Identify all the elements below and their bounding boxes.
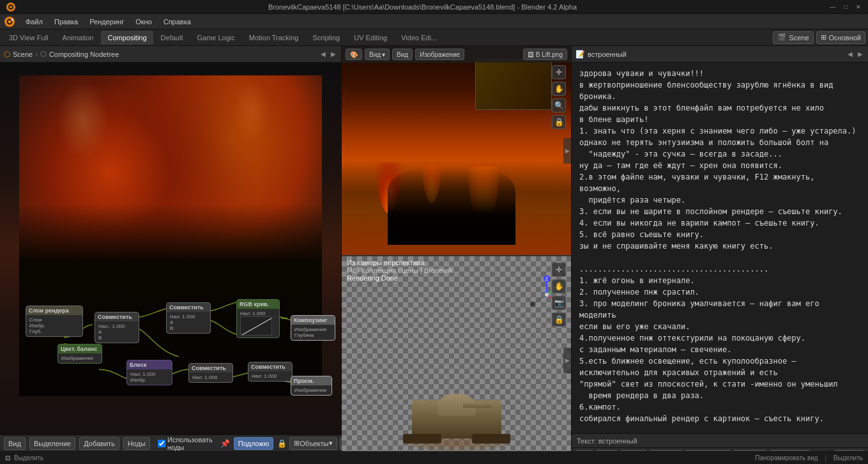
window-title: BronevilkCapaeva5148 [C:\Users\Aa\Downlo…	[17, 3, 828, 11]
use-nodes-checkbox[interactable]: Использовать ноды	[158, 436, 213, 451]
tool-hand-bottom[interactable]: ✋	[552, 279, 566, 293]
node-select-btn[interactable]: Выделение	[29, 437, 75, 450]
tab-animation[interactable]: Animation	[56, 31, 100, 45]
panel-expand-right-bottom[interactable]: ▶	[563, 348, 571, 373]
text-line: "прямой" свет из плоскостей, к стати -им…	[579, 378, 860, 390]
tool-zoom[interactable]: 🔍	[552, 98, 566, 112]
view-label2: Вид	[397, 51, 408, 58]
layout-name: Основной	[829, 34, 861, 42]
tool-camera-bottom[interactable]: 📷	[552, 296, 566, 310]
text-line: ну да – там где её ждут – хрен она появи…	[579, 160, 860, 171]
node-composite-output[interactable]: Компоузинг Изображение Глубина	[291, 315, 335, 341]
node-editor-panel: ⬡ Scene › ⬡ Compositing Nodetree ◀ ▶	[0, 46, 342, 464]
tank-render-object	[393, 368, 521, 451]
node-filter-glow[interactable]: Блеск Нал: 1.000 Изобр.	[126, 360, 172, 385]
scene-name: Scene	[789, 34, 809, 42]
tool-lock-bottom[interactable]: 🔒	[552, 313, 566, 327]
node-editor-icon: ⬡	[4, 50, 10, 59]
node-color-balance[interactable]: Цвет. баланс Изображение	[57, 344, 102, 364]
render-view2-btn[interactable]: Вид	[392, 49, 413, 60]
tool-hand[interactable]: ✋	[552, 82, 566, 96]
menubar: Файл Правка Рендеринг Окно Справка	[0, 14, 868, 29]
text-line: зы и не спрашивайте меня какую книгу ест…	[579, 240, 860, 252]
text-line: время рендера в два раза.	[579, 390, 860, 401]
node-mix-1[interactable]: Совместить Нал.: 1.000 A B	[95, 312, 139, 343]
status-sep: |	[825, 454, 826, 461]
image-label: Изображение	[420, 51, 460, 58]
collection-text: (48) Коллекция сцены | Bronewik	[347, 267, 453, 274]
tab-gamelogic[interactable]: Game Logic	[190, 31, 241, 45]
node-view-btn[interactable]: Вид	[4, 437, 26, 450]
render-done-text: Rendering Done	[347, 274, 453, 282]
menu-render[interactable]: Рендеринг	[84, 17, 129, 27]
text-header-expand[interactable]: ◀	[846, 50, 854, 58]
svg-point-17	[530, 302, 535, 307]
backdrop-btn[interactable]: Подложю	[234, 437, 273, 450]
titlebar: BronevilkCapaeva5148 [C:\Users\Aa\Downlo…	[0, 0, 868, 14]
node-render-layers[interactable]: Слои рендера Слои Изобр. Глуб.	[26, 305, 83, 337]
breadcrumb-icon: ⬡	[40, 50, 47, 58]
render-view-btn[interactable]: Вид ▾	[365, 49, 390, 60]
menu-file[interactable]: Файл	[20, 17, 48, 27]
snap-icon: 🔒	[277, 439, 287, 448]
tab-default[interactable]: Default	[155, 31, 190, 45]
window-controls: — □ ✕	[828, 3, 863, 12]
close-button[interactable]: ✕	[854, 3, 863, 12]
node-node-btn[interactable]: Ноды	[123, 437, 150, 450]
main-content: ⬡ Scene › ⬡ Compositing Nodetree ◀ ▶	[0, 46, 868, 464]
objects-label: Объекты	[300, 440, 328, 447]
render-image-menu[interactable]: 🎨	[346, 49, 362, 60]
node-mix-3[interactable]: Совместить Нал: 1.000	[188, 363, 233, 383]
text-line: 4.полученное пнж оттекстурили на покоцан…	[579, 332, 860, 344]
text-line: 5.есть ближнее освещение, есть куполообр…	[579, 355, 860, 367]
render-view-top[interactable]: 🎨 Вид ▾ Вид Изображение 🖼	[342, 46, 571, 255]
fire-scene-bg: 🎨 Вид ▾ Вид Изображение 🖼	[342, 46, 571, 255]
node-add-btn[interactable]: Добавить	[79, 437, 119, 450]
text-line: броника.	[579, 91, 860, 102]
viewport-panel: 🎨 Вид ▾ Вид Изображение 🖼	[342, 46, 572, 464]
node-mix-2[interactable]: Совместить Нал: 1.000 A B	[166, 302, 211, 334]
svg-point-5	[8, 20, 11, 23]
node-mix-4[interactable]: Совместить Нал: 1.000	[248, 362, 293, 382]
node-rgb-curves[interactable]: RGB крив. Нал: 1.000	[236, 299, 280, 338]
tab-videoedi[interactable]: Video Edi...	[395, 31, 443, 45]
image-name-display[interactable]: 🖼 B Lift.png	[523, 49, 567, 60]
scene-selector[interactable]: 🎬 Scene	[773, 31, 813, 44]
tab-3dviewfull[interactable]: 3D View Full	[3, 31, 55, 45]
menu-help[interactable]: Справка	[158, 17, 196, 27]
text-line: 1. знать что (эта херня с знанием чего л…	[579, 125, 860, 137]
breadcrumb: Scene › ⬡ Compositing Nodetree	[13, 50, 119, 58]
panel-expand-arrow[interactable]: ◀	[319, 50, 327, 58]
maximize-button[interactable]: □	[841, 3, 850, 12]
tab-compositing[interactable]: Compositing	[101, 31, 153, 45]
render-image-btn[interactable]: Изображение	[415, 49, 464, 60]
text-line: дабы вникнуть в этот бленфайл вам потреб…	[579, 102, 860, 114]
tool-lock[interactable]: 🔒	[552, 115, 566, 129]
minimize-button[interactable]: —	[828, 3, 837, 12]
text-line: 3. про моделинг броника умалчивается – н…	[579, 298, 860, 321]
tab-uvediting[interactable]: UV Editing	[347, 31, 393, 45]
status-select-text: Выделить	[14, 454, 43, 461]
use-nodes-label: Использовать ноды	[167, 436, 213, 451]
tool-cursor-bottom[interactable]: ✛	[552, 263, 566, 277]
render-top-header: 🎨 Вид ▾ Вид Изображение 🖼	[342, 46, 571, 63]
objects-btn[interactable]: ⊞ Объекты ▾	[289, 437, 337, 450]
text-editor-content[interactable]: здорова чуваки и чувачки!!!в жертвоприно…	[572, 63, 868, 433]
tab-motiontracking[interactable]: Motion Tracking	[243, 31, 305, 45]
tab-scripting[interactable]: Scripting	[306, 31, 346, 45]
text-header-collapse[interactable]: ▶	[857, 50, 864, 58]
menu-window[interactable]: Окно	[130, 17, 157, 27]
node-canvas[interactable]: Слои рендера Слои Изобр. Глуб. Совместит…	[0, 63, 341, 435]
panel-expand-right-top[interactable]: ▶	[563, 138, 571, 164]
text-editor-icon: 📝	[575, 50, 585, 59]
menu-edit[interactable]: Правка	[49, 17, 83, 27]
pin-btn[interactable]: 📌	[220, 437, 230, 450]
render-view-bottom[interactable]: Из камеры перспектива (48) Коллекция сце…	[342, 255, 571, 464]
tool-cursor[interactable]: ✛	[552, 65, 566, 79]
layout-selector[interactable]: ⊞ Основной	[816, 31, 865, 44]
panel-collapse-arrow[interactable]: ▶	[330, 50, 337, 58]
text-line: 4. если вы никогда не варили кампот – съ…	[579, 217, 860, 229]
select-text: Выделить	[834, 454, 863, 461]
breadcrumb-nodetree: Compositing Nodetree	[49, 50, 119, 58]
node-viewer[interactable]: Просм. Изображение	[291, 376, 332, 396]
